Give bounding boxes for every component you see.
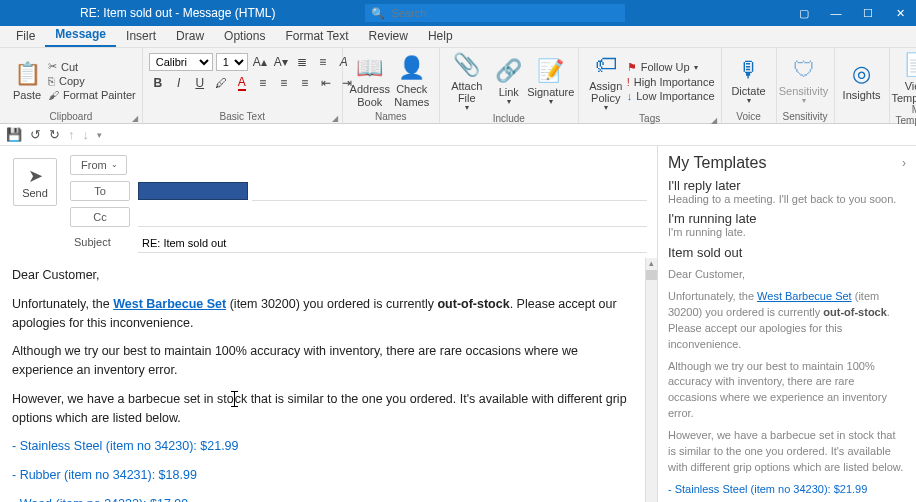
minimize-icon[interactable]: ― <box>820 0 852 26</box>
format-painter-button[interactable]: 🖌Format Painter <box>48 89 136 101</box>
cut-label: Cut <box>61 61 78 73</box>
quick-access-toolbar: 💾 ↺ ↻ ↑ ↓ ▾ <box>0 124 916 146</box>
redo-button[interactable]: ↻ <box>49 127 60 142</box>
item-link[interactable]: West Barbecue Set <box>113 297 226 311</box>
cut-icon: ✂ <box>48 60 57 73</box>
group-basic-text: Calibri 11 A▴ A▾ ≣ ≡ A B I U 🖊 A ≡ ≡ ≡ <box>143 48 343 123</box>
insights-label: Insights <box>843 89 881 101</box>
message-body[interactable]: Dear Customer, Unfortunately, the West B… <box>0 258 645 502</box>
tab-draw[interactable]: Draw <box>166 26 214 47</box>
subject-field[interactable] <box>138 233 647 253</box>
grow-font-button[interactable]: A▴ <box>251 53 269 71</box>
group-label: Names <box>349 111 433 123</box>
font-family-select[interactable]: Calibri <box>149 53 213 71</box>
bullets-button[interactable]: ≣ <box>293 53 311 71</box>
cc-field[interactable] <box>138 207 647 227</box>
tab-message[interactable]: Message <box>45 24 116 47</box>
template-item[interactable]: I'm running late I'm running late. <box>668 211 906 238</box>
align-right-button[interactable]: ≡ <box>296 74 314 92</box>
maximize-icon[interactable]: ☐ <box>852 0 884 26</box>
main-area: ➤ Send From ⌄ To Cc Subject <box>0 146 916 502</box>
dictate-button[interactable]: 🎙 Dictate▾ <box>728 50 770 111</box>
send-button[interactable]: ➤ Send <box>13 158 57 206</box>
sensitivity-icon: 🛡 <box>793 55 815 85</box>
link-button[interactable]: 🔗 Link▾ <box>488 50 530 113</box>
close-pane-icon[interactable]: › <box>902 156 906 170</box>
assign-policy-icon: 🏷 <box>595 50 617 80</box>
template-item[interactable]: I'll reply later Heading to a meeting. I… <box>668 178 906 205</box>
attach-file-button[interactable]: 📎 Attach File▾ <box>446 50 488 113</box>
align-center-button[interactable]: ≡ <box>275 74 293 92</box>
signature-button[interactable]: 📝 Signature▾ <box>530 50 572 113</box>
cc-button[interactable]: Cc <box>70 207 130 227</box>
search-input[interactable] <box>391 7 619 19</box>
decrease-indent-button[interactable]: ⇤ <box>317 74 335 92</box>
font-color-button[interactable]: A <box>233 74 251 92</box>
tab-format-text[interactable]: Format Text <box>275 26 358 47</box>
dialog-launcher-icon[interactable]: ◢ <box>332 114 338 123</box>
template-oos: out-of-stock <box>823 306 887 318</box>
tab-options[interactable]: Options <box>214 26 275 47</box>
tab-file[interactable]: File <box>6 26 45 47</box>
address-book-icon: 📖 <box>356 53 383 83</box>
group-sensitivity: 🛡 Sensitivity▾ Sensitivity <box>777 48 835 123</box>
italic-button[interactable]: I <box>170 74 188 92</box>
follow-up-button[interactable]: ⚑Follow Up ▾ <box>627 61 715 74</box>
align-left-button[interactable]: ≡ <box>254 74 272 92</box>
low-importance-button[interactable]: ↓Low Importance <box>627 90 715 102</box>
tab-insert[interactable]: Insert <box>116 26 166 47</box>
font-size-select[interactable]: 11 <box>216 53 248 71</box>
template-item-expanded[interactable]: Item sold out Dear Customer, Unfortunate… <box>668 244 906 502</box>
paste-button[interactable]: 📋 Paste <box>6 50 48 111</box>
body-p2: Although we try our best to maintain 100… <box>12 342 633 380</box>
next-item-button[interactable]: ↓ <box>83 127 90 142</box>
tab-help[interactable]: Help <box>418 26 463 47</box>
bold-button[interactable]: B <box>149 74 167 92</box>
templates-heading: My Templates› <box>668 154 906 172</box>
close-icon[interactable]: ✕ <box>884 0 916 26</box>
scroll-up-icon[interactable]: ▴ <box>646 258 657 268</box>
view-templates-button[interactable]: 📄 View Templates <box>896 50 916 104</box>
group-label: Clipboard <box>49 111 92 122</box>
insights-icon: ◎ <box>852 59 871 89</box>
scrollbar-thumb[interactable] <box>646 270 657 280</box>
template-preview: Heading to a meeting. I'll get back to y… <box>668 193 906 205</box>
copy-button[interactable]: ⎘Copy <box>48 75 136 87</box>
insights-button[interactable]: ◎ Insights <box>841 50 883 111</box>
group-my-templates: 📄 View Templates My Templates <box>890 48 916 123</box>
save-button[interactable]: 💾 <box>6 127 22 142</box>
window-title: RE: Item sold out - Message (HTML) <box>80 6 275 20</box>
numbering-button[interactable]: ≡ <box>314 53 332 71</box>
previous-item-button[interactable]: ↑ <box>68 127 75 142</box>
paste-icon: 📋 <box>14 59 41 89</box>
template-body-text: Although we try our best to maintain 100… <box>668 359 906 423</box>
body-oos: out-of-stock <box>437 297 509 311</box>
high-importance-button[interactable]: !High Importance <box>627 76 715 88</box>
vertical-scrollbar[interactable]: ▴ <box>645 258 657 502</box>
body-text: (item 30200) you ordered is currently <box>226 297 437 311</box>
subject-label: Subject <box>70 233 130 253</box>
assign-policy-label: Assign Policy <box>585 80 627 104</box>
shrink-font-button[interactable]: A▾ <box>272 53 290 71</box>
assign-policy-button[interactable]: 🏷 Assign Policy▾ <box>585 50 627 113</box>
to-button[interactable]: To <box>70 181 130 201</box>
search-box[interactable]: 🔍 <box>365 4 625 22</box>
to-field[interactable] <box>252 181 647 201</box>
dialog-launcher-icon[interactable]: ◢ <box>711 116 717 125</box>
undo-button[interactable]: ↺ <box>30 127 41 142</box>
group-label: Include <box>446 113 572 125</box>
highlight-button[interactable]: 🖊 <box>212 74 230 92</box>
address-book-button[interactable]: 📖 Address Book <box>349 50 391 111</box>
cut-button[interactable]: ✂Cut <box>48 60 136 73</box>
tab-review[interactable]: Review <box>359 26 418 47</box>
to-recipient-chip[interactable] <box>138 182 248 200</box>
check-names-button[interactable]: 👤 Check Names <box>391 50 433 111</box>
qat-customize-button[interactable]: ▾ <box>97 130 102 140</box>
sensitivity-button: 🛡 Sensitivity▾ <box>783 50 825 111</box>
underline-button[interactable]: U <box>191 74 209 92</box>
from-dropdown[interactable]: From ⌄ <box>70 155 127 175</box>
ribbon-display-options-icon[interactable]: ▢ <box>788 0 820 26</box>
dialog-launcher-icon[interactable]: ◢ <box>132 114 138 123</box>
group-tags: 🏷 Assign Policy▾ ⚑Follow Up ▾ !High Impo… <box>579 48 722 123</box>
group-voice: 🎙 Dictate▾ Voice <box>722 48 777 123</box>
